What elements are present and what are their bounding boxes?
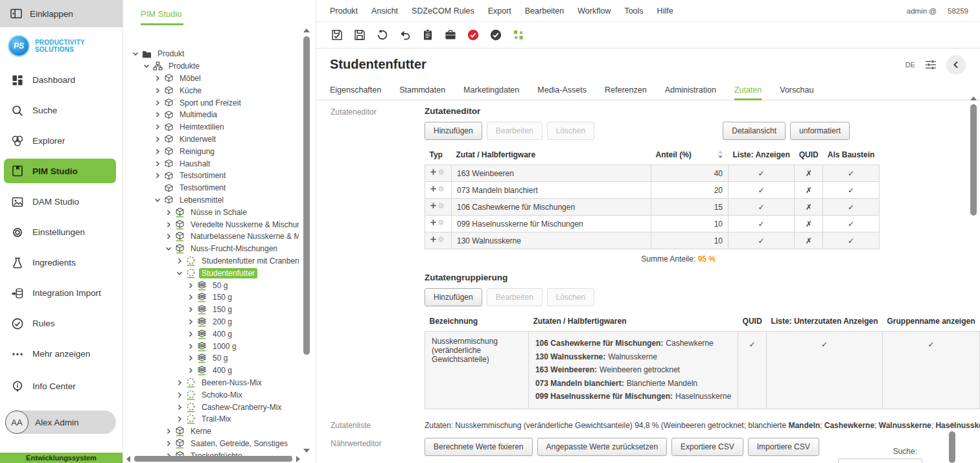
tree-node-400-g[interactable]: 400 g (126, 328, 299, 340)
tree-node-50-g[interactable]: 50 g (126, 352, 299, 365)
tree-node-nüsse-in-schale[interactable]: Nüsse in Schale (126, 206, 299, 218)
menu-ansicht[interactable]: Ansicht (371, 6, 398, 16)
sidebar-item-suche[interactable]: Suche (0, 95, 122, 126)
tree-vertical-scrollbar[interactable] (303, 28, 310, 453)
löschen-button[interactable]: Löschen (547, 288, 594, 306)
tree-node-multimedia[interactable]: Multimedia (126, 109, 299, 121)
chevron-right-icon[interactable] (175, 390, 184, 400)
chevron-right-icon[interactable] (164, 232, 173, 241)
tab-eigenschaften[interactable]: Eigenschaften (330, 82, 381, 100)
scroll-left-arrow[interactable] (126, 456, 130, 462)
chevron-right-icon[interactable] (175, 378, 184, 387)
sidebar-item-dam-studio[interactable]: DAM Studio (0, 186, 122, 217)
tree-node-testsortiment[interactable]: Testsortiment (126, 170, 299, 182)
chevron-right-icon[interactable] (153, 135, 162, 144)
scroll-down-arrow[interactable] (303, 449, 310, 453)
chevron-down-icon[interactable] (142, 62, 151, 71)
chevron-down-icon[interactable] (164, 244, 173, 253)
tree-node-produkte[interactable]: Produkte (126, 60, 299, 73)
col-anteil[interactable]: Anteil (%) (651, 148, 729, 165)
menu-export[interactable]: Export (488, 6, 511, 16)
collapse-sidebar-button[interactable]: Einklappen (0, 0, 122, 27)
tab-pim-studio[interactable]: PIM Studio (141, 9, 182, 19)
scroll-up-arrow[interactable] (949, 422, 955, 426)
clipboard-button[interactable] (420, 28, 435, 43)
chevron-right-icon[interactable] (186, 281, 195, 290)
tree-node-50-g[interactable]: 50 g (126, 279, 299, 291)
chevron-right-icon[interactable] (153, 159, 162, 168)
ingredient-row-130-walnusskerne[interactable]: 130 Walnusskerne10✓✗✓ (425, 232, 880, 249)
tree-node-150-g[interactable]: 150 g (126, 291, 299, 304)
save-button[interactable] (352, 28, 367, 43)
löschen-button[interactable]: Löschen (547, 122, 594, 140)
chevron-right-icon[interactable] (164, 208, 173, 217)
chevron-right-icon[interactable] (186, 354, 195, 363)
tree-node-beeren-nuss-mix[interactable]: Beeren-Nuss-Mix (126, 377, 299, 389)
chevron-right-icon[interactable] (153, 171, 162, 180)
sort-icon[interactable] (718, 150, 723, 161)
chevron-right-icon[interactable] (164, 439, 173, 448)
berechnete-werte-fixieren-button[interactable]: Berechnete Werte fixieren (425, 438, 533, 456)
tab-marketingdaten[interactable]: Marketingdaten (463, 82, 519, 100)
chevron-right-icon[interactable] (153, 86, 162, 95)
chevron-right-icon[interactable] (153, 98, 162, 107)
tree-node-heimtextilien[interactable]: Heimtextilien (126, 121, 299, 133)
tree-horizontal-scrollbar[interactable] (126, 455, 300, 462)
menu-workflow[interactable]: Workflow (578, 6, 611, 16)
main-vertical-scrollbar[interactable] (970, 96, 977, 459)
scrollbar-thumb[interactable] (303, 36, 310, 355)
menu-tools[interactable]: Tools (624, 6, 643, 16)
menu-produkt[interactable]: Produkt (330, 6, 358, 16)
chevron-right-icon[interactable] (153, 110, 162, 119)
chevron-right-icon[interactable] (164, 220, 173, 229)
nutrition-scrollbar[interactable] (948, 422, 956, 463)
sidebar-item-mehr-anzeigen[interactable]: Mehr anzeigen (0, 339, 122, 369)
tree-node-möbel[interactable]: Möbel (126, 73, 299, 85)
ingredient-row-099-haselnusskerne-für-mischungen[interactable]: 099 Haselnusskerne für Mischungen10✓✗✓ (425, 216, 880, 232)
chevron-right-icon[interactable] (175, 414, 184, 423)
tree-node-reinigung[interactable]: Reinigung (126, 145, 299, 157)
importiere-csv-button[interactable]: Importiere CSV (748, 438, 819, 456)
tab-administration[interactable]: Administration (665, 82, 716, 100)
menu-sdzecom-rules[interactable]: SDZeCOM Rules (412, 6, 474, 16)
status-error-button[interactable] (465, 28, 480, 43)
tree-node-saaten-getreide-sonstiges[interactable]: Saaten, Getreide, Sonstiges (126, 438, 299, 450)
tree-node-cashew-cranberry-mix[interactable]: Cashew-Cranberry-Mix (126, 401, 299, 413)
sidebar-item-pim-studio[interactable]: PIM Studio (4, 159, 116, 183)
chevron-right-icon[interactable] (186, 366, 195, 375)
scrollbar-thumb[interactable] (949, 431, 955, 463)
hinzufügen-button[interactable]: Hinzufügen (425, 288, 482, 306)
bearbeiten-button[interactable]: Bearbeiten (487, 122, 542, 140)
bearbeiten-button[interactable]: Bearbeiten (487, 288, 542, 306)
tree-node-trail-mix[interactable]: Trail-Mix (126, 413, 299, 425)
chevron-right-icon[interactable] (175, 403, 184, 412)
chevron-right-icon[interactable] (164, 427, 173, 436)
tree-node-200-g[interactable]: 200 g (126, 316, 299, 328)
chevron-right-icon[interactable] (153, 147, 162, 156)
sidebar-item-einstellungen[interactable]: Einstellungen (0, 217, 122, 247)
tree-node-150-g[interactable]: 150 g (126, 304, 299, 316)
sidebar-item-dashboard[interactable]: Dashboard (0, 65, 122, 95)
save-all-button[interactable] (329, 28, 344, 43)
chevron-down-icon[interactable] (175, 269, 184, 278)
tab-zutaten[interactable]: Zutaten (734, 82, 762, 100)
ingredient-row-163-weinbeeren[interactable]: 163 Weinbeeren40✓✗✓ (425, 165, 880, 182)
tree-node-kerne[interactable]: Kerne (126, 425, 299, 438)
tree-node-nuss-frucht-mischungen[interactable]: Nuss-Frucht-Mischungen (126, 243, 299, 255)
menu-hilfe[interactable]: Hilfe (657, 6, 673, 16)
tab-stammdaten[interactable]: Stammdaten (399, 82, 445, 100)
tree-node-sport-und-freizeit[interactable]: Sport und Freizeit (126, 96, 299, 109)
sidebar-item-explorer[interactable]: Explorer (0, 126, 122, 156)
tab-vorschau[interactable]: Vorschau (780, 82, 813, 100)
menu-bearbeiten[interactable]: Bearbeiten (525, 6, 564, 16)
chevron-right-icon[interactable] (186, 293, 195, 302)
ingredient-row-106-cashewkerne-für-mischungen[interactable]: 106 Cashewkerne für Mischungen15✓✗✓ (425, 199, 880, 216)
tree-node-haushalt[interactable]: Haushalt (126, 157, 299, 170)
chevron-right-icon[interactable] (186, 330, 195, 339)
status-ok-button[interactable] (488, 28, 503, 43)
tree-node-naturbelassene-nusskerne-mischungen[interactable]: Naturbelassene Nusskerne & Mischungen (126, 231, 299, 243)
chevron-down-icon[interactable] (131, 49, 140, 58)
tree-node-produkt[interactable]: Produkt (126, 48, 299, 60)
sidebar-item-rules[interactable]: Rules (0, 308, 122, 339)
tree-node-veredelte-nusskerne-mischungen[interactable]: Veredelte Nusskerne & Mischungen (126, 218, 299, 231)
